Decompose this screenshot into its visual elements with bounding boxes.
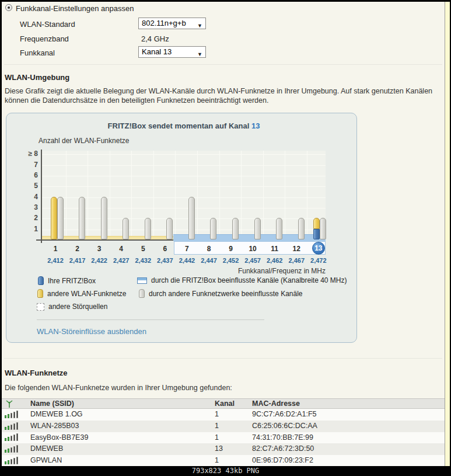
cell-mac: 74:31:70:BB:7E:99 — [252, 432, 313, 444]
legend-label: andere Störquellen — [48, 303, 107, 311]
cell-ssid: DMEWEB — [30, 443, 63, 455]
influenced-bar-icon — [139, 289, 145, 298]
cell-kanal: 1 — [215, 432, 219, 444]
legend-label: Ihre FRITZ!Box — [48, 277, 96, 285]
image-caption: 793x823 43kb PNG — [0, 466, 451, 476]
legend-item-fritzbox: Ihre FRITZ!Box — [38, 276, 96, 285]
bar-influenced-channel-1 — [57, 197, 64, 239]
cell-mac: 82:C7:A6:72:3D:50 — [252, 443, 314, 455]
section-divider — [4, 358, 442, 359]
channel-label: 2 — [67, 245, 88, 253]
panel-divider — [37, 319, 264, 320]
ytick-label: 4 — [17, 193, 38, 201]
fritzbox-band-icon — [137, 277, 147, 284]
legend-item-influenced: durch andere Funknetzwerke beeinflusste … — [139, 289, 303, 298]
table-row: GPWLAN10E:96:D7:09:23:F2 — [2, 455, 445, 467]
signal-strength-icon — [5, 456, 20, 464]
cell-ssid: GPWLAN — [30, 455, 62, 467]
chart-ylabel: Anzahl der WLAN-Funknetze — [39, 137, 129, 145]
cell-kanal: 1 — [215, 409, 219, 421]
bar-influenced-channel-7 — [188, 197, 195, 239]
page-content: Funkkanal-Einstellungen anpassen WLAN-St… — [2, 2, 445, 466]
column-header-kanal: Kanal — [215, 399, 235, 409]
bar-influenced-channel-11 — [276, 218, 282, 239]
ytick-label: 5 — [17, 182, 38, 190]
channel-label: 6 — [155, 245, 176, 253]
chart-title-channel: 13 — [251, 121, 260, 130]
bar-influenced-channel-6 — [166, 218, 173, 239]
signal-strength-icon — [5, 410, 20, 418]
signal-strength-icon — [5, 433, 20, 441]
channel-label: 7 — [176, 245, 197, 253]
network-table-rows: DMEWEB 1.OG19C:C7:A6:D2:A1:F5WLAN-285B03… — [2, 409, 445, 467]
screenshot-frame: Funkkanal-Einstellungen anpassen WLAN-St… — [0, 0, 451, 476]
bar-influenced-channel-9 — [232, 218, 239, 239]
bar-influenced-channel-2 — [79, 197, 85, 239]
legend-item-fritzbox-band: durch die FRITZ!Box beeinflusste Kanäle … — [137, 276, 347, 284]
table-row: WLAN-285B031C6:25:06:6C:DC:AA — [2, 421, 445, 432]
chart-title: FRITZ!Box sendet momentan auf Kanal 13 — [42, 121, 326, 130]
channel-chart-panel: FRITZ!Box sendet momentan auf Kanal 13 A… — [6, 113, 357, 343]
channel-label: 5 — [132, 245, 153, 253]
legend-item-noise: andere Störquellen — [37, 303, 107, 311]
other-network-bar-icon — [37, 289, 43, 298]
noise-source-icon — [37, 303, 44, 311]
bar-fritzbox-channel-13 — [313, 229, 320, 239]
ytick-label: 7 — [17, 161, 38, 169]
cell-kanal: 1 — [215, 455, 219, 467]
chevron-down-icon: ▼ — [197, 49, 202, 60]
ytick-label: 3 — [17, 203, 38, 211]
bar-influenced-channel-4 — [123, 218, 129, 239]
chart-xlabel-note: Funkkanal/Frequenz in MHz — [151, 267, 326, 275]
channel-label: 10 — [242, 245, 263, 253]
channel-label: 8 — [198, 245, 219, 253]
ytick-label: 2 — [17, 214, 38, 222]
cell-ssid: EasyBox-BB7E39 — [30, 432, 88, 444]
bar-influenced-channel-3 — [101, 197, 107, 239]
channel-label: 12 — [286, 245, 307, 253]
section-divider — [4, 64, 442, 65]
frequenzband-value: 2,4 GHz — [141, 34, 169, 43]
hide-interference-link[interactable]: WLAN-Störeinflüsse ausblenden — [37, 327, 146, 336]
chart-title-text: FRITZ!Box sendet momentan auf Kanal — [108, 121, 250, 130]
ytick-label: 6 — [17, 171, 38, 179]
funkkanal-select[interactable]: Kanal 13 ▼ — [138, 46, 206, 58]
ytick-label: 1 — [17, 225, 38, 233]
funkkanal-value: Kanal 13 — [142, 47, 172, 56]
fritzbox-bar-icon — [38, 276, 44, 285]
cell-kanal: 1 — [215, 421, 219, 432]
frequenzband-label: Frequenzband — [20, 34, 69, 43]
bar-other-networks-channel-1 — [51, 197, 57, 239]
antenna-icon — [6, 400, 13, 408]
signal-strength-icon — [5, 444, 20, 453]
chart-y-axis — [41, 150, 42, 243]
funkkanal-settings-label: Funkkanal-Einstellungen anpassen — [16, 4, 134, 13]
funkkanal-label: Funkkanal — [20, 48, 55, 57]
funkkanal-settings-radio[interactable] — [5, 4, 12, 11]
bar-influenced-channel-5 — [145, 218, 151, 239]
channel-label: 3 — [89, 245, 110, 253]
channel-label: 1 — [45, 245, 66, 253]
bar-influenced-channel-13 — [320, 218, 326, 239]
umgebung-heading: WLAN-Umgebung — [5, 73, 69, 82]
forum-background-strip — [445, 2, 450, 466]
table-row: DMEWEB1382:C7:A6:72:3D:50 — [2, 443, 445, 455]
table-row: DMEWEB 1.OG19C:C7:A6:D2:A1:F5 — [2, 409, 445, 421]
channel-label: 9 — [221, 245, 242, 253]
cell-ssid: WLAN-285B03 — [30, 421, 79, 432]
current-channel-badge: 13 — [312, 242, 325, 255]
legend-label: andere WLAN-Funknetze — [47, 290, 126, 298]
cell-ssid: DMEWEB 1.OG — [30, 409, 83, 421]
radio-button-icon[interactable] — [5, 4, 12, 11]
legend-label: durch andere Funknetzwerke beeinflusste … — [149, 290, 303, 298]
column-header-mac: MAC-Adresse — [252, 399, 300, 409]
wlan-standard-select[interactable]: 802.11n+g+b ▼ — [138, 18, 206, 29]
cell-kanal: 13 — [215, 443, 223, 455]
frequency-label: 2,472 — [306, 257, 331, 264]
chevron-down-icon: ▼ — [197, 20, 202, 31]
channel-label: 11 — [264, 245, 285, 253]
funknetze-description: Die folgenden WLAN-Funknetze wurden in I… — [5, 383, 442, 392]
legend-item-other-networks: andere WLAN-Funknetze — [37, 289, 126, 298]
cell-mac: 9C:C7:A6:D2:A1:F5 — [252, 409, 316, 421]
umgebung-description: Diese Grafik zeigt die aktuelle Belegung… — [5, 86, 442, 105]
